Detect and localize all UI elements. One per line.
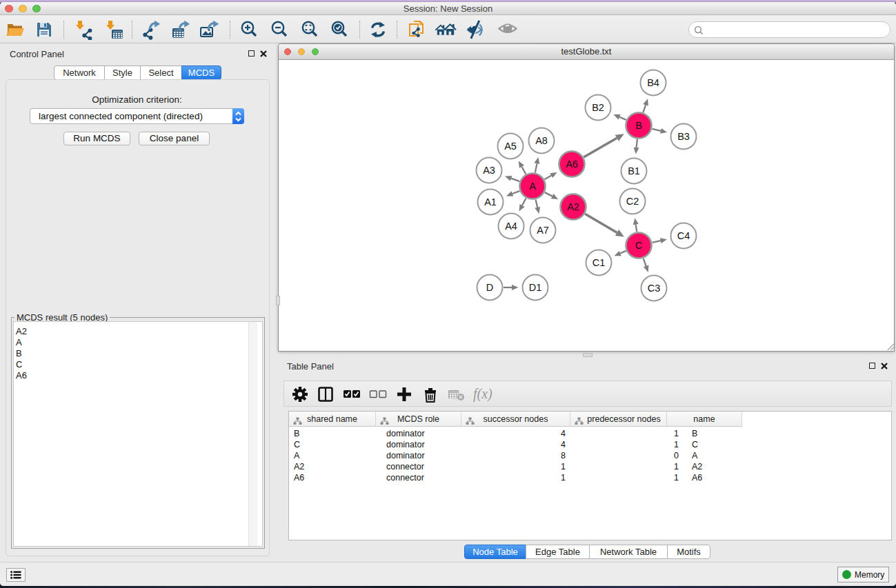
svg-text:A: A — [529, 181, 536, 192]
svg-text:C1: C1 — [593, 257, 606, 268]
svg-text:A5: A5 — [504, 141, 517, 152]
svg-text:A7: A7 — [537, 225, 549, 236]
svg-text:C3: C3 — [648, 283, 661, 294]
svg-text:C4: C4 — [677, 230, 690, 241]
svg-text:C2: C2 — [626, 196, 639, 207]
svg-text:B: B — [635, 120, 642, 131]
svg-text:A1: A1 — [484, 196, 497, 207]
svg-text:A6: A6 — [566, 159, 578, 170]
svg-text:B4: B4 — [647, 77, 659, 88]
svg-text:B3: B3 — [677, 131, 690, 142]
svg-text:A3: A3 — [483, 165, 495, 176]
svg-text:B1: B1 — [628, 165, 640, 176]
svg-text:A8: A8 — [535, 135, 548, 146]
svg-text:A4: A4 — [505, 221, 517, 232]
svg-text:D1: D1 — [529, 282, 542, 293]
svg-text:A2: A2 — [567, 201, 579, 212]
svg-text:B2: B2 — [592, 102, 604, 113]
svg-text:C: C — [635, 240, 642, 251]
svg-text:D: D — [486, 282, 493, 293]
